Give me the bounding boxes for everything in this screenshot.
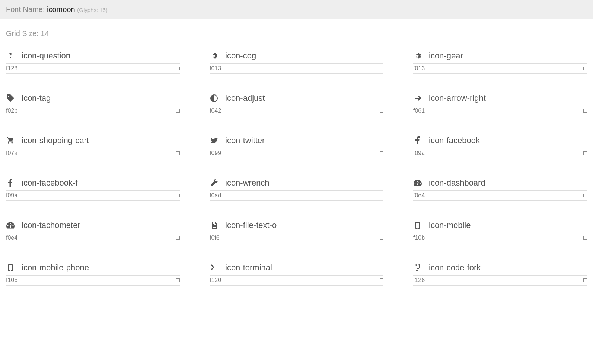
glyph-row: icon-question (6, 49, 180, 62)
liga-input[interactable] (380, 109, 383, 113)
glyph-code[interactable]: f09a (413, 150, 425, 157)
liga-input[interactable] (583, 236, 587, 240)
glyph-name[interactable]: icon-adjust (225, 93, 265, 103)
liga-input[interactable] (176, 194, 180, 197)
glyph-code[interactable]: f10b (6, 277, 17, 284)
liga-input[interactable] (583, 67, 587, 70)
twitter-icon (210, 136, 222, 145)
glyph-code[interactable]: f07a (6, 150, 17, 157)
glyph-code[interactable]: f0f6 (210, 235, 220, 241)
glyph-cell: icon-facebook-ff09a (6, 176, 180, 201)
glyph-code[interactable]: f0ad (210, 192, 221, 199)
glyph-row: icon-terminal (210, 261, 383, 274)
glyph-name[interactable]: icon-cog (225, 51, 256, 61)
glyph-grid: icon-questionf128icon-cogf013icon-gearf0… (6, 49, 587, 286)
header-bar: Font Name: icomoon (Glyphs: 16) (0, 0, 593, 19)
glyph-name[interactable]: icon-shopping-cart (22, 136, 89, 145)
glyph-row: icon-twitter (210, 134, 383, 147)
glyph-cell: icon-mobile-phonef10b (6, 261, 180, 286)
liga-input[interactable] (380, 278, 383, 282)
glyph-cell: icon-twitterf099 (210, 134, 383, 158)
glyph-name[interactable]: icon-dashboard (429, 178, 485, 188)
glyph-code[interactable]: f0e4 (6, 235, 17, 241)
glyph-name[interactable]: icon-code-fork (429, 263, 481, 273)
glyph-name[interactable]: icon-facebook-f (22, 178, 77, 188)
dashboard-icon (6, 221, 19, 230)
liga-input[interactable] (176, 109, 180, 113)
glyph-code[interactable]: f02b (6, 107, 17, 114)
glyph-name[interactable]: icon-file-text-o (225, 220, 277, 230)
liga-input[interactable] (176, 278, 180, 282)
glyph-cell: icon-questionf128 (6, 49, 180, 74)
glyph-name[interactable]: icon-arrow-right (429, 93, 486, 103)
glyph-code[interactable]: f042 (210, 107, 221, 114)
liga-input[interactable] (176, 67, 180, 70)
glyph-code[interactable]: f128 (6, 65, 17, 72)
glyph-name[interactable]: icon-wrench (225, 178, 270, 188)
glyph-row: icon-facebook-f (6, 176, 180, 190)
glyph-count: (Glyphs: 16) (77, 7, 108, 13)
liga-input[interactable] (380, 67, 383, 70)
cog-icon (413, 51, 426, 60)
glyph-name[interactable]: icon-tachometer (22, 220, 80, 230)
glyph-row: icon-tachometer (6, 219, 180, 232)
glyph-code[interactable]: f0e4 (413, 192, 425, 199)
glyph-cell: icon-cogf013 (210, 49, 383, 74)
glyph-code[interactable]: f013 (210, 65, 221, 72)
glyph-name[interactable]: icon-facebook (429, 136, 480, 145)
facebook-icon (413, 136, 426, 145)
glyph-row: icon-shopping-cart (6, 134, 180, 147)
glyph-cell: icon-arrow-rightf061 (413, 91, 587, 116)
liga-input[interactable] (583, 194, 587, 197)
glyph-code-row: f0f6 (210, 233, 383, 243)
glyph-code[interactable]: f013 (413, 65, 425, 72)
liga-input[interactable] (176, 151, 180, 155)
glyph-code[interactable]: f099 (210, 150, 221, 157)
glyph-code-row: f099 (210, 148, 383, 158)
glyph-name[interactable]: icon-terminal (225, 263, 272, 273)
glyph-code[interactable]: f10b (413, 235, 425, 241)
glyph-cell: icon-facebookf09a (413, 134, 587, 158)
liga-input[interactable] (583, 151, 587, 155)
glyph-code-row: f10b (413, 233, 587, 243)
terminal-icon (210, 263, 222, 272)
facebook-icon (6, 178, 19, 187)
glyph-row: icon-adjust (210, 91, 383, 105)
liga-input[interactable] (380, 194, 383, 197)
glyph-row: icon-cog (210, 49, 383, 62)
font-name-value: icomoon (47, 5, 75, 13)
arrow-right-icon (413, 94, 426, 103)
glyph-row: icon-gear (413, 49, 587, 62)
mobile-icon (6, 263, 19, 272)
glyph-code[interactable]: f061 (413, 107, 425, 114)
glyph-row: icon-mobile-phone (6, 261, 180, 274)
glyph-code[interactable]: f120 (210, 277, 221, 284)
glyph-code-row: f128 (6, 63, 180, 74)
grid-size-label: Grid Size: 14 (6, 29, 587, 38)
glyph-name[interactable]: icon-twitter (225, 136, 265, 145)
glyph-name[interactable]: icon-mobile (429, 220, 471, 230)
liga-input[interactable] (583, 278, 587, 282)
file-text-o-icon (210, 221, 222, 230)
glyph-code[interactable]: f09a (6, 192, 17, 199)
glyph-name[interactable]: icon-mobile-phone (22, 263, 89, 273)
glyph-cell: icon-file-text-of0f6 (210, 219, 383, 243)
liga-input[interactable] (176, 236, 180, 240)
glyph-code-row: f013 (210, 63, 383, 74)
glyph-code-row: f0e4 (6, 233, 180, 243)
glyph-name[interactable]: icon-gear (429, 51, 463, 61)
glyph-name[interactable]: icon-tag (22, 93, 51, 103)
glyph-cell: icon-adjustf042 (210, 91, 383, 116)
liga-input[interactable] (380, 151, 383, 155)
liga-input[interactable] (380, 236, 383, 240)
liga-input[interactable] (583, 109, 587, 113)
glyph-code[interactable]: f126 (413, 277, 425, 284)
shopping-cart-icon (6, 136, 19, 145)
glyph-row: icon-file-text-o (210, 219, 383, 232)
glyph-cell: icon-tachometerf0e4 (6, 219, 180, 243)
tag-icon (6, 94, 19, 103)
glyph-code-row: f0e4 (413, 190, 587, 201)
glyph-name[interactable]: icon-question (22, 51, 70, 61)
glyph-code-row: f10b (6, 275, 180, 286)
glyph-cell: icon-terminalf120 (210, 261, 383, 286)
